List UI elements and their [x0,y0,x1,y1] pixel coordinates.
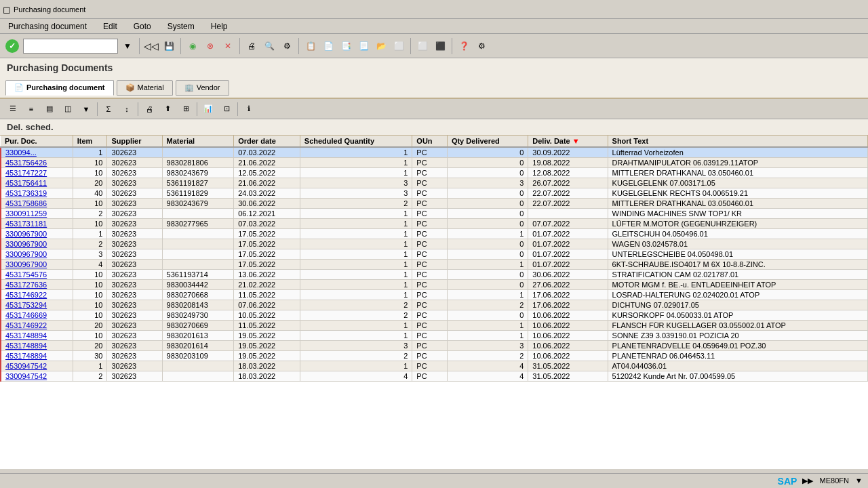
menu-item-purchasing[interactable]: Purchasing document [5,20,90,33]
table-row[interactable]: 453173118110302623983027796507.03.20221P… [1,219,868,229]
sap-logo: SAP [778,476,797,487]
filter5-btn[interactable]: ▼ [77,102,95,117]
table-row[interactable]: 330094...130262307.03.20221PC030.09.2022… [1,147,868,158]
table-row[interactable]: 453174666910302623983024973010.05.20222P… [1,310,868,321]
filter4-btn[interactable]: ◫ [59,102,77,117]
table-row[interactable]: 453175641120302623536119182721.06.20223P… [1,178,868,188]
chart-btn[interactable]: 📊 [199,102,217,117]
filter1-btn[interactable]: ☰ [4,102,22,117]
table-row[interactable]: 453173631940302623536119182924.03.20223P… [1,188,868,199]
table-row[interactable]: 453175868610302623983024367930.06.20222P… [1,199,868,209]
col-sched-qty: Scheduled Quantity [300,136,412,147]
table-header-row: Pur. Doc. Item Supplier Material Order d… [1,136,868,147]
table-row[interactable]: 3300967900130262317.05.20221PC101.07.202… [1,229,868,239]
title-bar-text: Purchasing document [14,5,85,14]
status-bar: SAP ▶▶ ME80FN ▼ [0,473,868,488]
tabs-area: 📄 Purchasing document 📦 Material 🏢 Vendo… [0,77,868,99]
data-table-wrapper[interactable]: Pur. Doc. Item Supplier Material Order d… [0,136,868,469]
table-row[interactable]: 453174692210302623983027066811.05.20221P… [1,290,868,300]
table-row[interactable]: 4530947542130262318.03.20221PC431.05.202… [1,361,868,371]
tb2-sep1 [97,102,98,116]
cancel-btn[interactable]: ✕ [220,38,236,54]
purchasing-table: Pur. Doc. Item Supplier Material Order d… [0,136,868,382]
table-row[interactable]: 453172763610302623983003444221.02.20221P… [1,280,868,290]
table-row[interactable]: 453174889430302623983020310919.05.20222P… [1,351,868,361]
tab-vendor[interactable]: 🏢 Vendor [176,80,229,96]
tool1-btn[interactable]: ⚙ [279,38,295,54]
print-btn[interactable]: 🖨 [243,38,260,54]
sep4 [298,38,299,54]
filter3-btn[interactable]: ▤ [41,102,58,117]
command-input[interactable] [23,39,118,54]
tool2-btn[interactable]: 📑 [338,38,354,54]
col-short-text: Short Text [608,136,867,147]
col-oun: OUn [412,136,448,147]
tab-material-icon: 📦 [125,83,135,92]
col-pur-doc: Pur. Doc. [1,136,73,147]
app-icon: ◻ [3,4,11,15]
status-right: SAP ▶▶ ME80FN ▼ [778,476,863,487]
tab-material[interactable]: 📦 Material [117,80,173,96]
print2-btn[interactable]: 🖨 [140,102,158,117]
window2-btn[interactable]: ⬛ [432,38,448,54]
sep5 [410,38,411,54]
table-row[interactable]: 3300967900230262317.05.20221PC001.07.202… [1,239,868,249]
tab-vendor-label: Vendor [197,83,220,92]
sort-btn[interactable]: ↕ [118,102,136,117]
table-row[interactable]: 453175642610302623983028180621.06.20221P… [1,158,868,168]
table-row[interactable]: 453175329410302623983020814307.06.20222P… [1,300,868,310]
info-btn[interactable]: ℹ [240,102,258,117]
col-supplier: Supplier [107,136,162,147]
find-btn[interactable]: 🔍 [261,38,277,54]
second-toolbar: ☰ ≡ ▤ ◫ ▼ Σ ↕ 🖨 ⬆ ⊞ 📊 ⊡ ℹ [0,99,868,119]
tb2-sep3 [197,102,197,116]
menu-bar: Purchasing document Edit Goto System Hel… [0,19,868,34]
save-button[interactable]: 💾 [161,38,177,54]
sep6 [452,38,452,54]
col-qty-delivered: Qty Delivered [447,136,528,147]
stop-btn[interactable]: ⊗ [202,38,218,54]
menu-item-help[interactable]: Help [208,20,231,33]
table-row[interactable]: 453174889410302623983020161319.05.20221P… [1,331,868,341]
tb2-sep2 [138,102,138,116]
transaction-code: ▶▶ ME80FN ▼ [802,476,863,485]
tb2-sep4 [237,102,238,116]
back-button[interactable]: ◁◁ [143,38,159,54]
status-green-icon: ✓ [5,39,19,53]
sep3 [239,38,240,54]
table-row[interactable]: 453174692220302623983027066911.05.20221P… [1,321,868,331]
tab-vendor-icon: 🏢 [184,83,194,92]
window-btn[interactable]: ⬜ [414,38,431,54]
copy-btn[interactable]: 📋 [302,38,319,54]
table-row[interactable]: 3300911259230262306.12.20211PC0WINDING M… [1,209,868,219]
table-row[interactable]: 3300967900330262317.05.20221PC001.07.202… [1,249,868,260]
pivot-btn[interactable]: ⊡ [218,102,235,117]
tool5-btn[interactable]: ⬜ [391,38,407,54]
table-row[interactable]: 3300967900430262317.05.20221PC101.07.202… [1,260,868,270]
menu-item-goto[interactable]: Goto [131,20,154,33]
prev-page-btn[interactable]: ◉ [184,38,201,54]
tab-purchasing-document[interactable]: 📄 Purchasing document [5,80,114,96]
menu-item-edit[interactable]: Edit [100,20,120,33]
settings-btn[interactable]: ⚙ [473,38,490,54]
filter2-btn[interactable]: ≡ [22,102,40,117]
tool4-btn[interactable]: 📂 [373,38,389,54]
dropdown-arrow[interactable]: ▼ [119,38,136,54]
table-row[interactable]: 3300947542230262318.03.20224PC431.05.202… [1,371,868,382]
main-toolbar: ✓ ▼ ◁◁ 💾 ◉ ⊗ ✕ 🖨 🔍 ⚙ 📋 📄 📑 📃 📂 ⬜ ⬜ ⬛ ❓ ⚙ [0,34,868,58]
menu-item-system[interactable]: System [165,20,197,33]
title-bar: ◻ Purchasing document [0,0,868,19]
paste-btn[interactable]: 📄 [320,38,336,54]
sep1 [139,38,140,54]
col-item: Item [73,136,107,147]
table-row[interactable]: 453175457610302623536119371413.06.20221P… [1,270,868,280]
sum-btn[interactable]: Σ [100,102,117,117]
tool3-btn[interactable]: 📃 [355,38,372,54]
page-title: Purchasing Documents [0,58,868,77]
table-row[interactable]: 453174722710302623983024367912.05.20221P… [1,168,868,178]
help-btn[interactable]: ❓ [456,38,472,54]
grid-btn[interactable]: ⊞ [177,102,195,117]
export-btn[interactable]: ⬆ [159,102,176,117]
table-row[interactable]: 453174889420302623983020161419.05.20223P… [1,341,868,351]
tab-material-label: Material [138,83,164,92]
